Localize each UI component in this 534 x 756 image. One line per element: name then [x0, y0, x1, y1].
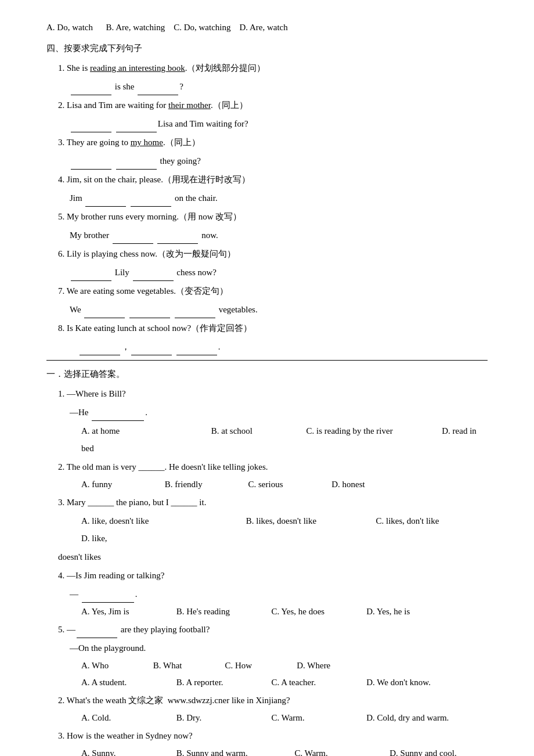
blank-2a: [71, 122, 111, 132]
item-4-3: 3. They are going to my home.（同上）: [46, 134, 488, 151]
underline-1: reading an interesting book: [90, 63, 185, 73]
qe3-opt-d: D. Sunny and cool.: [389, 746, 482, 756]
q2-opt-b: B. friendly: [165, 477, 246, 492]
blank-1b: [138, 85, 178, 95]
q4-sub: — .: [46, 585, 488, 603]
section-divider: [46, 360, 488, 361]
q3-opt-b: B. likes, doesn't like: [246, 512, 374, 530]
top-options-line: A. Do, watch B. Are, watching C. Do, wat…: [46, 19, 488, 36]
blank-8a: [80, 345, 120, 355]
q3-question: 3. Mary ______ the piano, but I ______ i…: [46, 494, 488, 511]
blank-3a: [71, 159, 111, 170]
blank-7a: [84, 308, 125, 318]
item-4-3-answer: they going?: [46, 152, 488, 170]
blank-3b: [116, 159, 157, 170]
qe2-opt-b: B. Dry.: [176, 710, 269, 726]
q-extra-2-options: A. Cold. B. Dry. C. Warm. D. Cold, dry a…: [46, 710, 488, 726]
q5-sub: —On the playground.: [46, 639, 488, 657]
item-4-7-answer: We vegetables.: [46, 301, 488, 318]
option-b: B. Are, watching: [106, 23, 165, 32]
qe3-opt-c: C. Warm.: [295, 746, 388, 756]
q2-options: A. funny B. friendly C. serious D. hones…: [46, 477, 488, 492]
blank-8b: [131, 345, 172, 355]
qe2-opt-c: C. Warm.: [272, 710, 365, 726]
q5-opt-c: C. How: [225, 658, 295, 674]
item-4-6-answer: Lily chess now?: [46, 264, 488, 281]
blank-8c: [176, 345, 217, 355]
q4-opt-c: C. Yes, he does: [272, 604, 365, 620]
item-4-1-answer: is she ?: [46, 78, 488, 95]
q5-question: 5. — are they playing football?: [46, 621, 488, 638]
q5-opt-b: B. What: [153, 658, 223, 674]
q-extra-3-question: 3. How is the weather in Sydney now?: [46, 727, 488, 744]
underline-2: their mother: [168, 100, 211, 110]
item-4-4-answer: Jim on the chair.: [46, 189, 488, 207]
item-4-1: 1. She is reading an interesting book.（对…: [46, 59, 488, 77]
q-extra-3-options: A. Sunny. B. Sunny and warm. C. Warm. D.…: [46, 746, 488, 756]
q1-opt-b: B. at school: [211, 422, 304, 440]
q3-options: A. like, doesn't like B. likes, doesn't …: [46, 512, 488, 547]
q4-opt-d: D. Yes, he is: [366, 604, 459, 620]
q5-ext-a: A. A student.: [81, 675, 174, 690]
q5-opt-d: D. Where: [297, 658, 389, 674]
item-4-5-answer: My brother now.: [46, 226, 488, 244]
q1-opt-c: C. is reading by the river: [306, 422, 440, 440]
q4-opt-b: B. He's reading: [176, 604, 269, 620]
q3-options-cont: doesn't likes: [46, 548, 488, 566]
item-4-7: 7. We are eating some vegetables.（变否定句）: [46, 282, 488, 300]
item-4-8: 8. Is Kate eating lunch at school now?（作…: [46, 319, 488, 337]
blank-7b: [129, 308, 170, 318]
blank-q5: [77, 628, 117, 638]
item-4-5: 5. My brother runs every morning.（用 now …: [46, 208, 488, 225]
q-extra-2-question: 2. What's the weath 文综之家 www.sdwzzj.cner…: [46, 692, 488, 709]
option-d: D. Are, watch: [239, 23, 287, 32]
qe2-opt-a: A. Cold.: [81, 710, 174, 726]
blank-4a: [85, 196, 126, 207]
q2-opt-c: C. serious: [248, 477, 330, 492]
section-4-title: 四、按要求完成下列句子: [46, 39, 488, 57]
blank-5b: [157, 233, 198, 244]
qe3-opt-a: A. Sunny.: [81, 746, 174, 756]
blank-7c: [175, 308, 215, 318]
q1-opt-a: A. at home: [81, 422, 209, 440]
q4-question: 4. —Is Jim reading or talking?: [46, 567, 488, 584]
q2-opt-a: A. funny: [81, 477, 163, 492]
blank-q4: [82, 592, 134, 603]
blank-5a: [113, 233, 153, 244]
q3-opt-d: D. like,: [81, 534, 107, 543]
q4-opt-a: A. Yes, Jim is: [81, 604, 174, 620]
q1-question: 1. —Where is Bill?: [46, 385, 488, 402]
blank-1a: [71, 85, 111, 95]
option-c: C. Do, watching: [174, 23, 230, 32]
blank-6b: [133, 271, 174, 281]
item-4-6: 6. Lily is playing chess now.（改为一般疑问句）: [46, 245, 488, 262]
q3-opt-a: A. like, doesn't like: [81, 512, 244, 530]
item-4-4: 4. Jim, sit on the chair, please.（用现在进行时…: [46, 171, 488, 188]
item-4-2-answer: Lisa and Tim waiting for?: [46, 115, 488, 132]
underline-3: my home: [131, 138, 163, 147]
item-4-2: 2. Lisa and Tim are waiting for their mo…: [46, 96, 488, 114]
blank-4b: [131, 196, 171, 207]
option-a: A. Do, watch: [46, 23, 93, 32]
item-4-8-answer: ， .: [46, 338, 488, 355]
section-4: 四、按要求完成下列句子 1. She is reading an interes…: [46, 39, 488, 355]
blank-q1: [92, 411, 144, 421]
section-1-title: 一．选择正确答案。: [46, 365, 488, 383]
q5-extra-options: A. A student. B. A reporter. C. A teache…: [46, 675, 488, 690]
q1-sub: —He .: [46, 404, 488, 421]
q5-ext-d: D. We don't know.: [366, 675, 459, 690]
q4-options: A. Yes, Jim is B. He's reading C. Yes, h…: [46, 604, 488, 620]
qe3-opt-b: B. Sunny and warm.: [176, 746, 293, 756]
blank-6a: [71, 271, 111, 281]
q1-options: A. at home B. at school C. is reading by…: [46, 422, 488, 457]
qe2-opt-d: D. Cold, dry and warm.: [366, 710, 459, 726]
q2-question: 2. The old man is very ______. He doesn'…: [46, 458, 488, 476]
q5-ext-c: C. A teacher.: [272, 675, 365, 690]
q3-opt-c: C. likes, don't like: [376, 512, 486, 530]
q2-opt-d: D. honest: [331, 477, 401, 492]
q5-opt-a: A. Who: [81, 658, 151, 674]
q5-options: A. Who B. What C. How D. Where: [46, 658, 488, 674]
section-1: 一．选择正确答案。 1. —Where is Bill? —He . A. at…: [46, 365, 488, 756]
q5-ext-b: B. A reporter.: [176, 675, 269, 690]
blank-2b: [116, 122, 157, 132]
